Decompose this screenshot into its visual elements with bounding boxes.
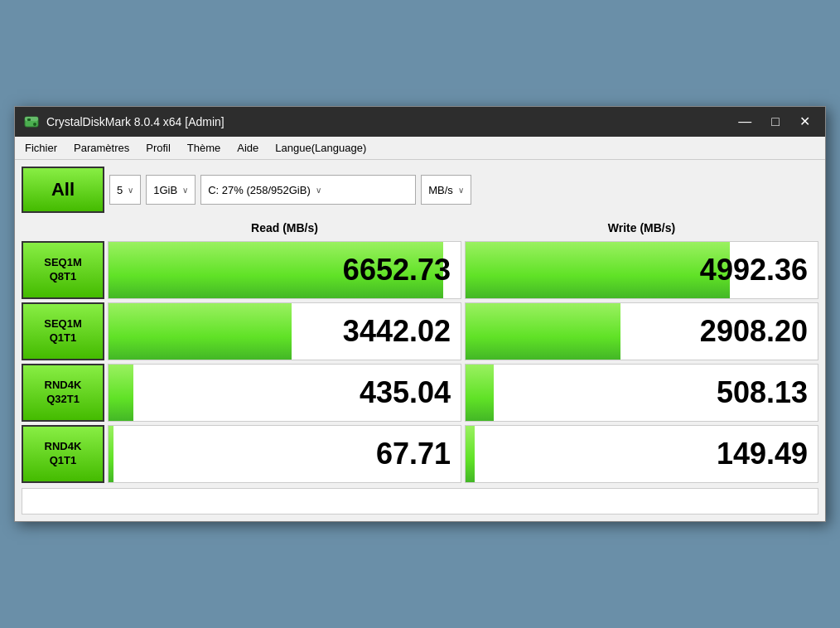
disk-dropdown[interactable]: C: 27% (258/952GiB) ∨ <box>200 175 416 205</box>
status-bar <box>22 488 818 514</box>
read-seq1m-q8t1: 6652.73 <box>108 241 461 299</box>
write-value-seq1m-q8t1: 4992.36 <box>700 253 808 287</box>
unit-dropdown[interactable]: MB/s ∨ <box>421 175 471 205</box>
write-seq1m-q8t1: 4992.36 <box>465 241 818 299</box>
count-dropdown[interactable]: 5 ∨ <box>109 175 141 205</box>
svg-point-3 <box>33 123 36 126</box>
close-button[interactable]: ✕ <box>793 114 817 130</box>
read-value-rnd4k-q1t1: 67.71 <box>376 437 451 471</box>
read-value-rnd4k-q32t1: 435.04 <box>360 375 451 410</box>
menu-fichier[interactable]: Fichier <box>18 138 64 157</box>
row-seq1m-q1t1: SEQ1M Q1T1 3442.02 2908.20 <box>22 302 818 360</box>
unit-value: MB/s <box>428 184 453 196</box>
row-rnd4k-q1t1: RND4K Q1T1 67.71 149.49 <box>22 425 818 483</box>
read-bar-rnd4k-q1t1 <box>109 426 113 482</box>
read-rnd4k-q1t1: 67.71 <box>108 425 461 483</box>
maximize-button[interactable]: □ <box>765 114 786 130</box>
write-seq1m-q1t1: 2908.20 <box>465 302 818 360</box>
label-line2: Q1T1 <box>50 331 77 345</box>
read-bar-seq1m-q1t1 <box>109 303 292 360</box>
disk-svg-icon <box>23 114 40 130</box>
write-bar-seq1m-q8t1 <box>466 242 730 298</box>
window-controls: — □ ✕ <box>731 114 817 130</box>
results-header: Read (MB/s) Write (MB/s) <box>22 218 818 238</box>
label-rnd4k-q1t1: RND4K Q1T1 <box>22 425 104 483</box>
title-bar: CrystalDiskMark 8.0.4 x64 [Admin] — □ ✕ <box>15 107 825 137</box>
label-rnd4k-q32t1: RND4K Q32T1 <box>22 364 104 422</box>
row-rnd4k-q32t1: RND4K Q32T1 435.04 508.13 <box>22 364 818 422</box>
write-header: Write (MB/s) <box>465 218 818 238</box>
read-bar-rnd4k-q32t1 <box>109 365 133 421</box>
size-chevron-icon: ∨ <box>182 186 188 195</box>
label-line2: Q8T1 <box>50 270 77 284</box>
minimize-button[interactable]: — <box>731 114 758 130</box>
write-bar-seq1m-q1t1 <box>466 303 620 360</box>
label-line1: RND4K <box>45 440 82 454</box>
menu-parametres[interactable]: Paramètres <box>67 138 136 157</box>
count-value: 5 <box>117 184 123 196</box>
size-value: 1GiB <box>153 184 177 196</box>
window-title: CrystalDiskMark 8.0.4 x64 [Admin] <box>46 115 224 128</box>
disk-value: C: 27% (258/952GiB) <box>208 184 311 196</box>
row-seq1m-q8t1: SEQ1M Q8T1 6652.73 4992.36 <box>22 241 818 299</box>
label-header <box>22 218 104 238</box>
read-header: Read (MB/s) <box>108 218 461 238</box>
write-value-rnd4k-q32t1: 508.13 <box>717 375 808 410</box>
write-bar-rnd4k-q32t1 <box>466 365 494 421</box>
label-line2: Q32T1 <box>46 393 80 407</box>
application-window: CrystalDiskMark 8.0.4 x64 [Admin] — □ ✕ … <box>14 106 826 522</box>
read-value-seq1m-q1t1: 3442.02 <box>343 314 451 349</box>
unit-chevron-icon: ∨ <box>458 186 464 195</box>
menu-profil[interactable]: Profil <box>139 138 177 157</box>
toolbar: All 5 ∨ 1GiB ∨ C: 27% (258/952GiB) ∨ MB/… <box>22 167 818 213</box>
count-chevron-icon: ∨ <box>128 186 133 195</box>
write-value-seq1m-q1t1: 2908.20 <box>700 314 808 349</box>
svg-rect-1 <box>25 117 38 121</box>
title-bar-left: CrystalDiskMark 8.0.4 x64 [Admin] <box>23 114 224 130</box>
label-seq1m-q1t1: SEQ1M Q1T1 <box>22 302 104 360</box>
main-content: All 5 ∨ 1GiB ∨ C: 27% (258/952GiB) ∨ MB/… <box>15 160 825 521</box>
menu-langue[interactable]: Langue(Language) <box>268 138 373 157</box>
svg-rect-2 <box>27 118 31 121</box>
write-bar-rnd4k-q1t1 <box>466 426 475 482</box>
read-rnd4k-q32t1: 435.04 <box>108 364 461 422</box>
write-value-rnd4k-q1t1: 149.49 <box>717 437 808 471</box>
menu-aide[interactable]: Aide <box>230 138 265 157</box>
size-dropdown[interactable]: 1GiB ∨ <box>146 175 196 205</box>
label-line1: SEQ1M <box>44 256 82 270</box>
all-button[interactable]: All <box>22 167 104 213</box>
read-value-seq1m-q8t1: 6652.73 <box>343 253 451 287</box>
label-line1: RND4K <box>45 379 82 393</box>
label-line1: SEQ1M <box>44 317 82 331</box>
read-seq1m-q1t1: 3442.02 <box>108 302 461 360</box>
write-rnd4k-q1t1: 149.49 <box>465 425 818 483</box>
disk-chevron-icon: ∨ <box>316 186 321 195</box>
write-rnd4k-q32t1: 508.13 <box>465 364 818 422</box>
label-line2: Q1T1 <box>50 454 77 468</box>
menu-bar: Fichier Paramètres Profil Thème Aide Lan… <box>15 137 825 160</box>
label-seq1m-q8t1: SEQ1M Q8T1 <box>22 241 104 299</box>
menu-theme[interactable]: Thème <box>181 138 227 157</box>
app-icon <box>23 114 40 130</box>
